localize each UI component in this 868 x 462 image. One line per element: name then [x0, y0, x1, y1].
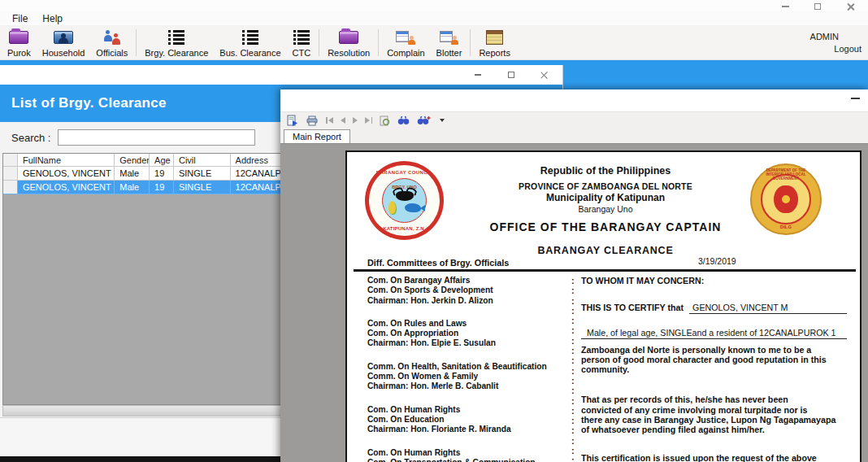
brgy-clearance-list-icon [168, 28, 184, 47]
republic-line: Republic of the Philippines [443, 165, 768, 177]
toolbar-button-label: Officials [96, 48, 128, 58]
committee-line: Chairman: Hon. Jerkin D. Alizon [367, 296, 572, 306]
committee-line: Chairman: Hon. Floriante R. Miranda [367, 425, 572, 434]
toolbar-button-officials[interactable]: Officials [90, 26, 133, 59]
tab-main-report[interactable]: Main Report [284, 129, 350, 144]
cell: Male [115, 181, 150, 194]
column-header: Age [150, 154, 174, 167]
report-content-area: BARANGAY COUNCIL BRGY. UNO KATIPUNAN, Z.… [280, 143, 868, 462]
committee-line: Comm. On Women & Family [367, 372, 572, 381]
certification-line: there any case in Barangay Justice, Lupo… [581, 415, 847, 425]
resident-line: Male, of legal age, SINGLEand a resident… [581, 328, 847, 338]
menu-bar: FileHelp [0, 11, 868, 25]
toolbar-button-label: Complain [387, 48, 424, 58]
toolbar-button-bus-clearance[interactable]: Bus. Clearance [214, 26, 286, 59]
clearance-grid[interactable]: FullNameGenderAgeCivilAddressGENOLOS, VI… [2, 153, 318, 405]
menu-file[interactable]: File [5, 12, 35, 25]
certification-line: That as per records of this, he/she has … [581, 394, 847, 404]
table-row[interactable]: GENOLOS, VINCENT MMale19SINGLE12CANALPUR… [3, 167, 317, 181]
municipality-line: Municipality of Katipunan [443, 192, 768, 203]
export-icon[interactable] [287, 114, 298, 127]
toolbar-separator [136, 29, 137, 56]
search-input[interactable] [58, 129, 255, 146]
zoom-dropdown-icon[interactable] [438, 114, 445, 127]
committee-line: Com. On Education [367, 415, 572, 425]
close-icon[interactable] [834, 2, 866, 11]
main-window-controls [769, 2, 866, 11]
logout-button[interactable]: Logout [810, 44, 861, 54]
zoom-icon[interactable] [417, 114, 431, 127]
report-page: BARANGAY COUNCIL BRGY. UNO KATIPUNAN, Z.… [345, 150, 861, 462]
toolbar-button-reports[interactable]: Reports [473, 26, 516, 59]
maximize-icon[interactable] [801, 2, 834, 11]
bus-clearance-list-icon [242, 28, 258, 47]
report-tab-row: Main Report [280, 129, 868, 143]
minimize-icon[interactable] [769, 2, 801, 11]
last-page-icon[interactable] [365, 114, 372, 127]
grid-horizontal-scrollbar[interactable] [2, 405, 318, 416]
list-minimize-icon[interactable] [461, 66, 494, 84]
find-icon[interactable] [397, 114, 410, 127]
column-header: FullName [18, 154, 115, 167]
toolbar-separator [378, 29, 379, 56]
toolbar-button-resolution[interactable]: Resolution [322, 26, 375, 59]
resolution-folder-icon [339, 28, 358, 47]
cell: GENOLOS, VINCENT M [18, 181, 115, 194]
report-viewer-window: Main Report BARANGAY COUNCIL BRGY. UNO K… [280, 89, 868, 462]
certify-line: THIS IS TO CERTIFY that GENOLOS, VINCENT… [581, 303, 847, 314]
colon-separator-column: ::::::::::::::::::: [571, 276, 575, 462]
certified-person-name: GENOLOS, VINCENT M [689, 303, 847, 314]
cell: Male [115, 167, 150, 181]
officials-people-icon [102, 28, 122, 47]
certification-line: This certification is issued upon the re… [581, 453, 847, 462]
paragraph-1: Zamboanga del Norte is personally known … [581, 345, 847, 375]
first-page-icon[interactable] [326, 114, 333, 127]
committee-group: Com. On Human RightsCom. On Transportati… [367, 448, 572, 462]
menu-help[interactable]: Help [35, 12, 70, 25]
print-icon[interactable] [306, 114, 319, 127]
list-close-icon[interactable] [527, 66, 561, 84]
committee-line: Com. On Transportation & Communication [367, 458, 572, 462]
committee-group: Com. On Rules and LawsCom. On Appropriat… [367, 319, 572, 349]
complain-person-icon [396, 28, 415, 47]
toolbar-button-brgy-clearance[interactable]: Brgy. Clearance [139, 26, 214, 59]
certification-line: Zamboanga del Norte is personally known … [581, 345, 847, 355]
province-line: PROVINCE OF ZAMBOANGA DEL NORTE [443, 181, 768, 191]
search-label: Search : [11, 132, 50, 144]
goto-page-icon[interactable] [380, 114, 390, 127]
header-rule [354, 269, 856, 272]
committee-line: Com. On Appropriation [367, 329, 572, 338]
previous-page-icon[interactable] [341, 114, 345, 127]
barangay-line: Barangay Uno [443, 204, 768, 214]
toolbar-button-blotter[interactable]: Blotter [431, 26, 468, 59]
committees-heading: Diff. Committees of Brgy. Officials [367, 258, 509, 268]
committee-group: Com. On Human RightsCom. On EducationCha… [367, 405, 572, 435]
row-header-cell [3, 181, 18, 194]
main-titlebar [0, 0, 868, 11]
toolbar-button-household[interactable]: Household [37, 26, 91, 59]
blotter-person-icon [440, 28, 459, 47]
salutation: TO WHOM IT MAY CONCERN: [581, 276, 847, 285]
committees-column: Com. On Barangay AffairsCom. On Sports &… [367, 276, 572, 462]
toolbar-button-purok[interactable]: Purok [2, 26, 37, 59]
ctc-list-icon [293, 28, 310, 47]
toolbar-button-complain[interactable]: Complain [381, 26, 430, 59]
toolbar-button-label: Brgy. Clearance [145, 48, 208, 58]
grid-header-row: FullNameGenderAgeCivilAddress [3, 154, 317, 167]
cell: 19 [150, 167, 174, 181]
list-maximize-icon[interactable] [494, 66, 527, 84]
certification-line: convicted of any crime involving moral t… [581, 405, 847, 415]
toolbar-button-ctc[interactable]: CTC [287, 26, 317, 59]
document-title: BARANGAY CLEARANCE [443, 245, 768, 256]
report-minimize-icon[interactable] [851, 98, 860, 99]
row-header-cell [3, 167, 18, 181]
cell: GENOLOS, VINCENT M [18, 167, 115, 181]
toolbar-separator [470, 29, 471, 56]
table-row[interactable]: GENOLOS, VINCENT MMale19SINGLE12CANALPUR… [3, 181, 317, 194]
toolbar-button-label: Bus. Clearance [219, 48, 280, 58]
household-folder-icon [54, 28, 73, 47]
cell: SINGLE [174, 181, 231, 194]
document-date: 3/19/2019 [698, 256, 736, 266]
toolbar-button-label: Resolution [328, 48, 370, 58]
next-page-icon[interactable] [353, 114, 358, 127]
